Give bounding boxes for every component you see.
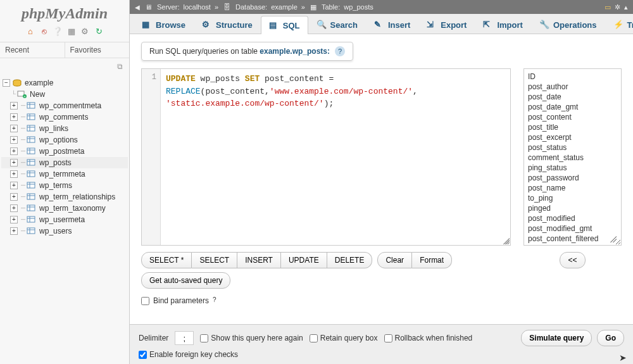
tree-table-wp_postmeta[interactable]: +─wp_postmeta	[1, 146, 128, 157]
expand-icon[interactable]: +	[10, 182, 18, 189]
tree-table-wp_term_taxonomy[interactable]: +─wp_term_taxonomy	[1, 203, 128, 214]
tree-db[interactable]: − example	[1, 77, 128, 89]
expand-icon[interactable]: +	[10, 159, 18, 166]
nav-up-icon[interactable]: ▴	[624, 3, 628, 11]
column-item[interactable]: post_date	[528, 92, 617, 102]
tree-table-wp_commentmeta[interactable]: +─wp_commentmeta	[1, 100, 128, 111]
table-icon	[27, 193, 37, 201]
retain-checkbox[interactable]	[310, 334, 318, 342]
column-item[interactable]: post_status	[528, 142, 617, 153]
insert-button[interactable]: INSERT	[237, 252, 281, 268]
svg-rect-16	[27, 148, 35, 154]
tab-search[interactable]: 🔍Search	[308, 15, 366, 34]
expand-icon[interactable]: +	[10, 113, 18, 121]
tree-table-wp_comments[interactable]: +─wp_comments	[1, 111, 128, 123]
expand-icon[interactable]: +	[10, 216, 18, 223]
sql-icon[interactable]: ▦	[66, 27, 77, 37]
window-icon[interactable]: ▭	[605, 3, 611, 11]
column-item[interactable]: post_author	[528, 82, 617, 92]
column-item[interactable]: post_title	[528, 122, 617, 132]
left-panel: phpMyAdmin ⌂ ⎋ ❔ ▦ ⚙ ↻ Recent Favorites …	[0, 0, 130, 364]
column-item[interactable]: post_modified	[528, 213, 617, 223]
settings-icon[interactable]: ✲	[615, 3, 620, 11]
reload-icon[interactable]: ↻	[94, 27, 104, 37]
gear-icon[interactable]: ⚙	[80, 27, 90, 37]
column-item[interactable]: post_password	[528, 173, 617, 183]
help-icon[interactable]: ?	[213, 296, 222, 305]
fk-checkbox[interactable]	[139, 351, 147, 359]
column-item[interactable]: ID	[528, 72, 617, 82]
tree-table-wp_termmeta[interactable]: +─wp_termmeta	[1, 168, 128, 180]
delete-button[interactable]: DELETE	[327, 252, 373, 268]
tab-operations[interactable]: 🔧Operations	[531, 15, 605, 34]
auto-saved-button[interactable]: Get auto-saved query	[141, 272, 230, 289]
tab-browse[interactable]: ▦Browse	[134, 15, 194, 34]
tree-table-wp_posts[interactable]: +─wp_posts	[1, 157, 128, 168]
bc-server[interactable]: localhost	[183, 3, 210, 11]
show-again-checkbox[interactable]	[200, 334, 208, 342]
expand-icon[interactable]: +	[10, 125, 18, 132]
column-item[interactable]: post_excerpt	[528, 132, 617, 142]
exit-icon[interactable]: ⎋	[39, 27, 49, 37]
column-list[interactable]: IDpost_authorpost_datepost_date_gmtpost_…	[523, 68, 622, 246]
tree-table-wp_users[interactable]: +─wp_users	[1, 225, 128, 237]
column-item[interactable]: post_modified_gmt	[528, 223, 617, 234]
clear-button[interactable]: Clear	[377, 252, 412, 268]
help-icon[interactable]: ❔	[53, 27, 63, 37]
select-star-button[interactable]: SELECT *	[141, 252, 192, 268]
tab-recent[interactable]: Recent	[0, 42, 65, 58]
column-item[interactable]: post_date_gmt	[528, 102, 617, 112]
bind-params-label: Bind parameters	[153, 296, 209, 305]
tree-table-wp_usermeta[interactable]: +─wp_usermeta	[1, 214, 128, 225]
home-icon[interactable]: ⌂	[25, 27, 35, 37]
expand-icon[interactable]: +	[10, 136, 18, 144]
tab-structure[interactable]: ⚙Structure	[194, 15, 261, 34]
select-button[interactable]: SELECT	[192, 252, 237, 268]
expand-icon[interactable]: +	[10, 170, 18, 178]
help-icon[interactable]: ?	[335, 46, 345, 56]
column-item[interactable]: post_content	[528, 112, 617, 122]
rollback-checkbox[interactable]	[384, 334, 392, 342]
column-item[interactable]: post_content_filtered	[528, 234, 617, 244]
simulate-button[interactable]: Simulate query	[521, 330, 592, 346]
bind-params-checkbox[interactable]	[141, 297, 149, 305]
columns-back-button[interactable]: <<	[560, 252, 585, 268]
tree-table-wp_links[interactable]: +─wp_links	[1, 123, 128, 134]
tree-table-wp_term_relationships[interactable]: +─wp_term_relationships	[1, 191, 128, 203]
column-item[interactable]: pinged	[528, 203, 617, 213]
tab-favorites[interactable]: Favorites	[65, 42, 130, 58]
go-button[interactable]: Go	[597, 330, 624, 346]
expand-icon[interactable]: +	[10, 102, 18, 110]
expand-icon[interactable]: +	[10, 147, 18, 155]
delimiter-input[interactable]	[175, 331, 194, 345]
column-item[interactable]: ping_status	[528, 163, 617, 173]
bc-table[interactable]: wp_posts	[344, 3, 373, 11]
column-item[interactable]: comment_status	[528, 153, 617, 163]
tab-export[interactable]: ⇲Export	[418, 15, 475, 34]
expand-icon[interactable]: +	[10, 204, 18, 212]
update-button[interactable]: UPDATE	[281, 252, 327, 268]
format-button[interactable]: Format	[412, 252, 452, 268]
tab-triggers[interactable]: ⚡Triggers	[605, 15, 633, 34]
tree-table-wp_terms[interactable]: +─wp_terms	[1, 180, 128, 191]
resize-handle-icon[interactable]	[610, 236, 617, 242]
sql-code[interactable]: UPDATE wp_posts SET post_content = REPLA…	[161, 69, 423, 245]
column-item[interactable]: post_name	[528, 183, 617, 193]
tree-table-wp_options[interactable]: +─wp_options	[1, 134, 128, 146]
bc-db[interactable]: example	[271, 3, 298, 11]
resize-handle-icon[interactable]	[503, 238, 510, 244]
search-icon: 🔍	[316, 20, 327, 30]
tab-sql[interactable]: ▤SQL	[261, 16, 308, 34]
column-item[interactable]: to_ping	[528, 193, 617, 203]
tree-link-icon[interactable]: ⧉	[0, 58, 129, 75]
nav-left-icon[interactable]: ◀	[135, 4, 140, 11]
expand-icon[interactable]: +	[10, 227, 18, 235]
export-icon: ⇲	[427, 20, 437, 30]
expand-icon[interactable]: +	[10, 193, 18, 201]
collapse-icon[interactable]: −	[3, 79, 10, 87]
tab-import[interactable]: ⇱Import	[475, 15, 530, 34]
sql-editor[interactable]: 1 UPDATE wp_posts SET post_content = REP…	[141, 68, 511, 246]
tab-insert[interactable]: ✎Insert	[366, 15, 418, 34]
tree-new[interactable]: └ + New	[1, 89, 128, 100]
run-target[interactable]: example.wp_posts:	[260, 47, 330, 56]
